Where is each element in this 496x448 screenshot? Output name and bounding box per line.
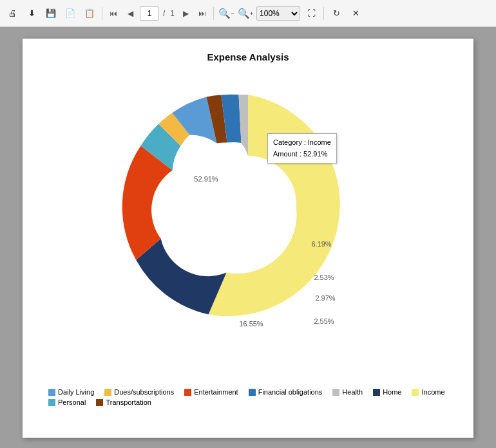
legend-color-financial bbox=[249, 389, 256, 396]
legend-color-home bbox=[373, 389, 380, 396]
prev-page-btn[interactable]: ◀ bbox=[123, 6, 137, 21]
divider-3 bbox=[323, 7, 324, 20]
legend-label-home: Home bbox=[383, 388, 401, 396]
legend-item-home: Home bbox=[373, 388, 401, 396]
document-page: Expense Analysis bbox=[23, 39, 473, 438]
segment-home[interactable] bbox=[136, 239, 226, 315]
legend-label-personal: Personal bbox=[58, 398, 86, 406]
legend-color-personal bbox=[48, 399, 55, 406]
page-number-input[interactable]: 1 bbox=[140, 6, 159, 21]
more-btn[interactable]: 📋 bbox=[81, 5, 98, 22]
legend-item-entertainment: Entertainment bbox=[184, 388, 238, 396]
download-btn[interactable]: ⬇ bbox=[23, 5, 40, 22]
legend-label-transportation: Transportation bbox=[106, 398, 151, 406]
legend-color-entertainment bbox=[184, 389, 191, 396]
first-page-btn[interactable]: ⏮ bbox=[106, 6, 120, 21]
legend-label-daily-living: Daily Living bbox=[58, 388, 94, 396]
divider-1 bbox=[102, 7, 102, 20]
legend-label-financial: Financial obligations bbox=[258, 388, 323, 396]
zoom-in-btn[interactable]: 🔍+ bbox=[237, 5, 254, 22]
chart-container: 52.91% 16.55% 8.47% 6.19% 2.53% 2.97% 2.… bbox=[42, 69, 454, 378]
legend-color-health bbox=[332, 389, 339, 396]
chart-title: Expense Analysis bbox=[42, 51, 454, 62]
donut-hole bbox=[200, 156, 296, 252]
zoom-select[interactable]: 50% 75% 100% 125% 150% 200% bbox=[256, 6, 300, 21]
legend-label-health: Health bbox=[342, 388, 363, 396]
legend-item-income: Income bbox=[412, 388, 444, 396]
label-daily-living: 6.19% bbox=[311, 240, 331, 248]
label-income: 52.91% bbox=[194, 175, 218, 183]
chart-legend: Daily Living Dues/subscriptions Entertai… bbox=[42, 383, 454, 411]
print-btn[interactable]: 🖨 bbox=[4, 5, 21, 22]
toolbar: 🖨 ⬇ 💾 📄 📋 ⏮ ◀ 1 / 1 ▶ ⏭ 🔍− 🔍+ 50% 75% 10… bbox=[0, 0, 496, 27]
legend-item-health: Health bbox=[332, 388, 363, 396]
legend-color-income bbox=[412, 389, 419, 396]
text-btn[interactable]: 📄 bbox=[62, 5, 79, 22]
legend-item-financial: Financial obligations bbox=[249, 388, 323, 396]
label-financial: 2.97% bbox=[315, 294, 335, 302]
legend-label-income: Income bbox=[421, 388, 444, 396]
legend-item-dues: Dues/subscriptions bbox=[104, 388, 174, 396]
legend-label-dues: Dues/subscriptions bbox=[114, 388, 174, 396]
legend-label-entertainment: Entertainment bbox=[194, 388, 238, 396]
legend-color-dues bbox=[104, 389, 111, 396]
label-transportation: 2.53% bbox=[314, 274, 334, 281]
zoom-out-btn[interactable]: 🔍− bbox=[218, 5, 234, 22]
legend-color-daily-living bbox=[48, 389, 55, 396]
label-home: 16.55% bbox=[239, 320, 263, 328]
next-page-btn[interactable]: ▶ bbox=[178, 6, 193, 21]
legend-item-transportation: Transportation bbox=[96, 398, 151, 406]
page-separator: / bbox=[162, 9, 166, 18]
document-area: Expense Analysis bbox=[0, 27, 496, 448]
donut-chart-svg: 52.91% 16.55% 8.47% 6.19% 2.53% 2.97% 2.… bbox=[93, 69, 403, 339]
page-total: 1 bbox=[169, 9, 176, 18]
legend-item-daily-living: Daily Living bbox=[48, 388, 94, 396]
legend-item-personal: Personal bbox=[48, 398, 86, 406]
divider-2 bbox=[213, 7, 214, 20]
fullscreen-btn[interactable]: ⛶ bbox=[303, 5, 320, 22]
close-btn[interactable]: ✕ bbox=[347, 5, 364, 22]
refresh-btn[interactable]: ↻ bbox=[328, 5, 345, 22]
legend-color-transportation bbox=[96, 399, 103, 406]
label-health: 2.55% bbox=[314, 317, 334, 325]
save-btn[interactable]: 💾 bbox=[43, 5, 59, 22]
last-page-btn[interactable]: ⏭ bbox=[195, 6, 209, 21]
